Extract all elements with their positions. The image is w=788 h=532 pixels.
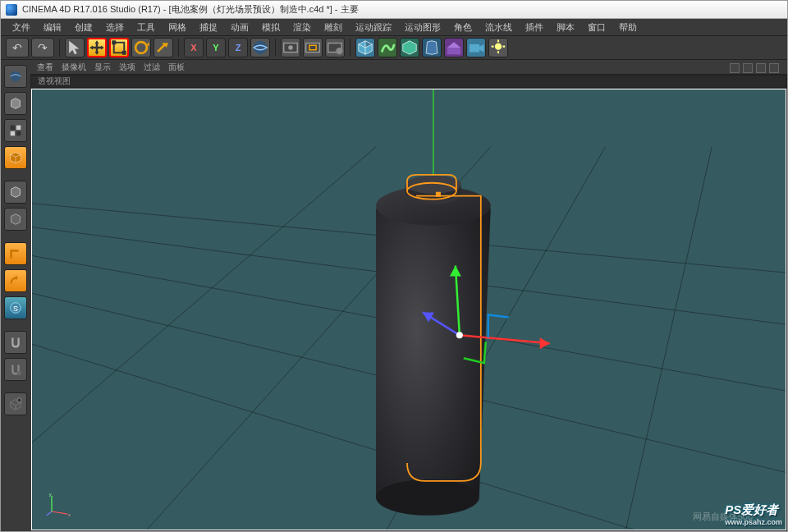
svg-point-46 [456,332,463,338]
environment-button[interactable] [444,38,464,57]
menu-help[interactable]: 帮助 [614,20,642,35]
menu-window[interactable]: 窗口 [583,20,611,35]
svg-point-14 [11,71,21,82]
model-mode-button[interactable] [4,119,27,142]
separator [59,39,60,57]
menu-file[interactable]: 文件 [7,20,35,35]
scale-tool[interactable] [109,38,129,57]
svg-point-36 [405,176,461,194]
camera-button[interactable] [466,38,486,57]
viewport-nav-icons [730,63,779,73]
perspective-viewport[interactable]: x y 网易自媒体500 PS爱好者 www.psahz.com [31,89,786,530]
viewtab-filter[interactable]: 过滤 [144,62,160,73]
menu-mesh[interactable]: 网格 [163,20,191,35]
menu-edit[interactable]: 编辑 [39,20,66,35]
menu-sim[interactable]: 模拟 [257,20,285,35]
view-area: 查看 摄像机 显示 选项 过滤 面板 透视视图 [30,60,787,531]
undo-button[interactable]: ↶ [6,38,29,57]
watermark-brand-text: PS爱好者 [725,502,778,516]
svg-text:S: S [13,305,18,313]
left-tool-panel: S [1,60,30,531]
viewtab-display[interactable]: 显示 [94,62,111,73]
rotate-tool[interactable] [131,38,151,57]
soft-select-button[interactable] [4,392,27,415]
make-editable-button[interactable] [4,92,27,115]
app-icon [6,4,17,16]
svg-text:y: y [49,492,52,497]
spline-button[interactable] [378,38,397,57]
viewtab-camera[interactable]: 摄像机 [62,62,86,73]
nav-pan-icon[interactable] [730,63,740,73]
z-axis-lock[interactable]: Z [228,38,248,57]
texture-mode-button[interactable] [4,146,27,169]
content-browser-button[interactable] [4,65,27,88]
render-region-button[interactable] [303,38,323,57]
svg-rect-15 [11,126,15,130]
live-select-tool[interactable] [65,38,85,57]
menu-tools[interactable]: 工具 [132,20,160,35]
separator [275,39,276,57]
separator [178,39,179,57]
svg-point-6 [288,45,293,50]
redo-button[interactable]: ↷ [31,38,54,57]
menu-character[interactable]: 角色 [449,20,477,35]
y-axis-lock[interactable]: Y [206,38,226,57]
last-tool[interactable] [153,38,173,57]
svg-point-13 [495,44,502,50]
axis-mode-button[interactable] [4,208,27,231]
polygon-mode-button[interactable]: S [4,296,27,319]
coord-system-button[interactable] [250,38,270,57]
svg-line-31 [621,147,712,530]
svg-rect-1 [112,40,116,44]
svg-text:x: x [68,512,71,517]
menu-select[interactable]: 选择 [101,20,129,35]
generator-button[interactable] [400,38,419,57]
svg-line-51 [47,511,52,516]
main-toolbar: ↶ ↷ X Y Z [1,35,787,60]
point-mode-button[interactable] [4,242,27,265]
move-tool[interactable] [87,38,107,57]
title-bar: CINEMA 4D R17.016 Studio (R17) - [电池案例（灯… [1,1,787,19]
svg-rect-39 [436,192,441,197]
nav-rotate-icon[interactable] [756,63,766,73]
menu-sculpt[interactable]: 雕刻 [319,20,347,35]
viewport-label: 透视视图 [38,76,71,87]
svg-rect-18 [16,131,21,135]
menu-anim[interactable]: 动画 [226,20,254,35]
viewport-menu: 查看 摄像机 显示 选项 过滤 面板 [30,60,787,75]
render-settings-button[interactable] [325,38,345,57]
watermark-brand: PS爱好者 www.psahz.com [725,502,782,526]
primitive-cube-button[interactable] [355,38,375,57]
menu-plugin[interactable]: 插件 [520,20,548,35]
svg-rect-17 [11,131,15,135]
menu-script[interactable]: 脚本 [552,20,580,35]
menu-mograph[interactable]: 运动图形 [400,20,446,35]
deformer-button[interactable] [422,38,442,57]
viewtab-panel[interactable]: 面板 [168,62,185,73]
menu-snap[interactable]: 捕捉 [195,20,222,35]
svg-rect-11 [447,48,461,54]
svg-point-22 [17,398,21,402]
svg-rect-2 [122,51,126,55]
object-mode-button[interactable] [4,181,27,204]
nav-layout-icon[interactable] [769,63,779,73]
menu-motion-track[interactable]: 运动跟踪 [350,20,396,35]
menu-bar: 文件 编辑 创建 选择 工具 网格 捕捉 动画 模拟 渲染 雕刻 运动跟踪 运动… [1,19,787,35]
title-text: CINEMA 4D R17.016 Studio (R17) - [电池案例（灯… [22,3,359,16]
viewtab-view[interactable]: 查看 [37,62,53,73]
x-axis-lock[interactable]: X [184,38,204,57]
workplane-button[interactable] [4,358,27,381]
light-button[interactable] [488,38,508,57]
menu-pipeline[interactable]: 流水线 [480,20,517,35]
edge-mode-button[interactable] [4,269,27,292]
menu-create[interactable]: 创建 [70,20,98,35]
workspace: S 查看 摄像机 显示 选项 过滤 面板 [1,60,787,531]
svg-point-21 [17,371,21,375]
viewtab-options[interactable]: 选项 [119,62,135,73]
render-view-button[interactable] [281,38,300,57]
svg-point-4 [254,41,268,55]
nav-zoom-icon[interactable] [743,63,753,73]
svg-rect-12 [470,44,479,53]
snap-enable-button[interactable] [4,331,27,354]
menu-render[interactable]: 渲染 [288,20,316,35]
